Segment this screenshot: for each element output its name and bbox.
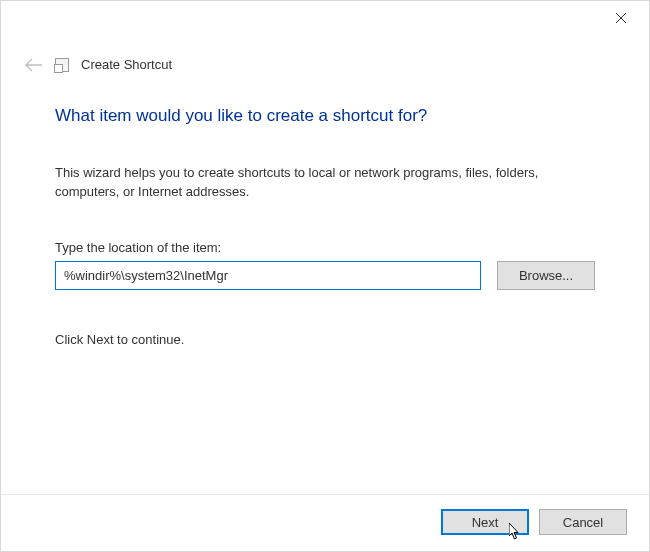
- next-button[interactable]: Next: [441, 509, 529, 535]
- dialog-title: Create Shortcut: [81, 57, 172, 72]
- close-button[interactable]: [601, 4, 641, 32]
- location-label: Type the location of the item:: [55, 240, 595, 255]
- input-row: Browse...: [55, 261, 595, 290]
- continue-text: Click Next to continue.: [55, 332, 595, 347]
- arrow-left-icon: [25, 58, 43, 72]
- description-text: This wizard helps you to create shortcut…: [55, 164, 595, 202]
- browse-button[interactable]: Browse...: [497, 261, 595, 290]
- cancel-button[interactable]: Cancel: [539, 509, 627, 535]
- header-row: Create Shortcut: [1, 35, 649, 72]
- footer: Next Cancel: [1, 494, 649, 551]
- back-button[interactable]: [25, 58, 43, 72]
- titlebar: [1, 1, 649, 35]
- close-icon: [616, 13, 626, 23]
- location-input[interactable]: [55, 261, 481, 290]
- content-area: What item would you like to create a sho…: [1, 72, 649, 494]
- shortcut-icon: [55, 58, 69, 72]
- create-shortcut-dialog: Create Shortcut What item would you like…: [0, 0, 650, 552]
- page-heading: What item would you like to create a sho…: [55, 106, 595, 126]
